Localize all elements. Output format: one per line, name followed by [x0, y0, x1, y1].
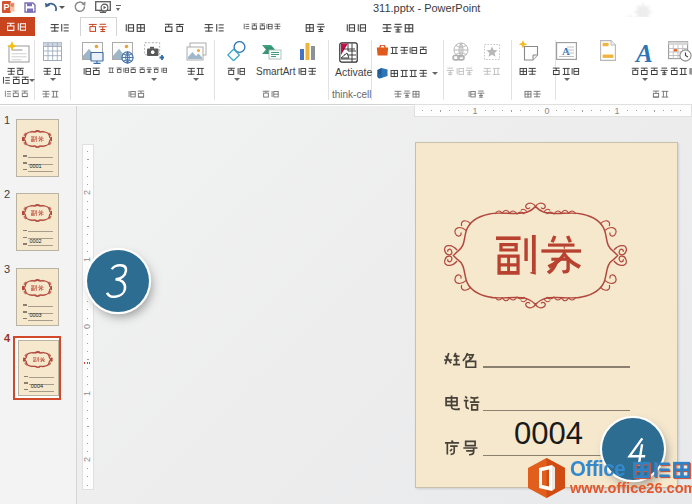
svg-text:P: P	[3, 2, 9, 12]
